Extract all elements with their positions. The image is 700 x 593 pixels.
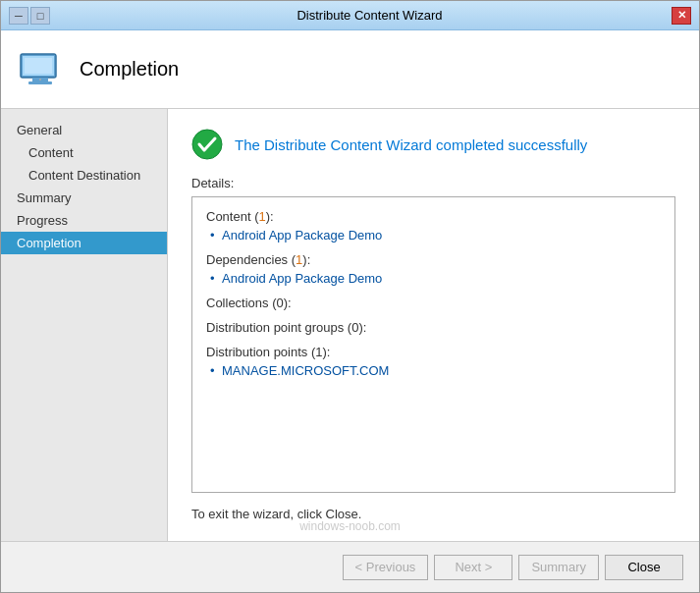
svg-rect-3 xyxy=(28,81,52,84)
section-col-count: 0 xyxy=(277,296,284,310)
details-section-collections: Collections (0): xyxy=(206,296,661,310)
details-section-dpgroups: Distribution point groups (0): xyxy=(206,320,661,335)
main-window: ─ □ Distribute Content Wizard ✕ Completi… xyxy=(0,0,700,593)
section-content-count: 1 xyxy=(258,209,265,224)
main-panel: The Distribute Content Wizard completed … xyxy=(168,109,699,541)
sidebar-item-general[interactable]: General xyxy=(1,119,167,141)
success-text: The Distribute Content Wizard completed … xyxy=(235,136,587,153)
sidebar: General Content Content Destination Summ… xyxy=(1,109,168,541)
success-icon xyxy=(191,129,223,160)
section-dpg-title: Distribution point groups (0): xyxy=(206,320,661,335)
maximize-button[interactable]: □ xyxy=(30,7,50,25)
details-section-dependencies: Dependencies (1): Android App Package De… xyxy=(206,252,661,286)
close-button[interactable]: Close xyxy=(605,555,683,580)
sidebar-item-completion[interactable]: Completion xyxy=(1,232,167,254)
next-button[interactable]: Next > xyxy=(434,555,512,580)
section-dep-count: 1 xyxy=(296,252,302,267)
sidebar-item-content[interactable]: Content xyxy=(1,141,167,164)
close-window-button[interactable]: ✕ xyxy=(672,7,691,25)
sidebar-item-progress[interactable]: Progress xyxy=(1,209,167,232)
section-dep-title: Dependencies (1): xyxy=(206,252,661,267)
section-dp-item-0: MANAGE.MICROSOFT.COM xyxy=(206,363,661,378)
minimize-button[interactable]: ─ xyxy=(9,7,28,25)
content-area: General Content Content Destination Summ… xyxy=(1,109,699,541)
section-dp-count: 1 xyxy=(315,345,322,359)
details-section-content: Content (1): Android App Package Demo xyxy=(206,209,661,243)
header-area: Completion xyxy=(1,30,699,109)
title-bar: ─ □ Distribute Content Wizard ✕ xyxy=(1,1,699,30)
sidebar-item-content-destination[interactable]: Content Destination xyxy=(1,164,167,187)
window-title: Distribute Content Wizard xyxy=(68,8,672,23)
details-box: Content (1): Android App Package Demo De… xyxy=(191,196,675,493)
svg-point-6 xyxy=(192,130,222,159)
footer: < Previous Next > Summary Close xyxy=(1,541,699,592)
svg-rect-4 xyxy=(25,58,52,74)
header-icon xyxy=(17,46,64,93)
details-label: Details: xyxy=(191,176,675,190)
section-dp-title: Distribution points (1): xyxy=(206,345,661,359)
previous-button[interactable]: < Previous xyxy=(343,555,429,580)
details-section-dp: Distribution points (1): MANAGE.MICROSOF… xyxy=(206,345,661,378)
summary-button[interactable]: Summary xyxy=(518,555,599,580)
sidebar-item-summary[interactable]: Summary xyxy=(1,187,167,209)
section-content-title: Content (1): xyxy=(206,209,661,224)
section-dep-item-0: Android App Package Demo xyxy=(206,271,661,286)
svg-point-5 xyxy=(39,79,41,81)
section-content-item-0: Android App Package Demo xyxy=(206,228,661,243)
success-row: The Distribute Content Wizard completed … xyxy=(191,129,675,160)
exit-text: To exit the wizard, click Close. xyxy=(191,507,675,521)
header-title: Completion xyxy=(80,58,179,81)
section-dpg-count: 0 xyxy=(351,320,358,335)
section-col-title: Collections (0): xyxy=(206,296,661,310)
